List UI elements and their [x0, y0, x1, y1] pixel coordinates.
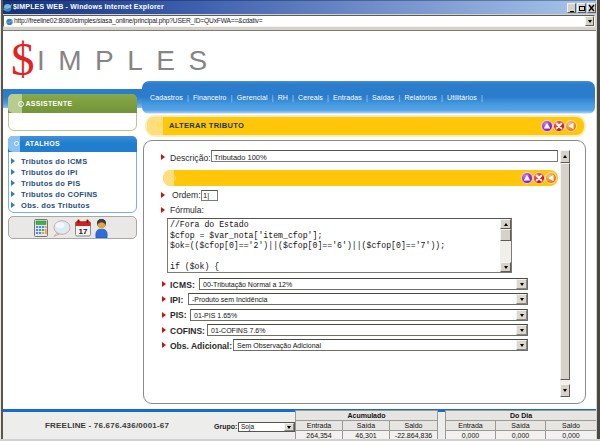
svg-text:17: 17	[79, 227, 88, 236]
